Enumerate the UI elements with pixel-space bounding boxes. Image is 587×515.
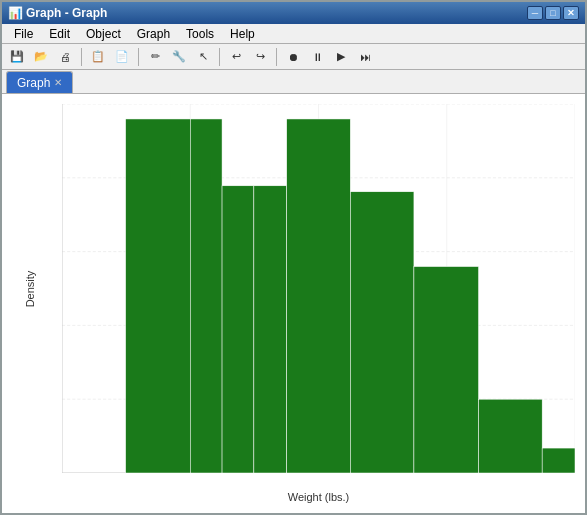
window-title: Graph - Graph <box>26 6 107 20</box>
chart-inner: 0 1.0e-04 2.0e-04 3.0e-04 4.0e-04 5.0e-0… <box>62 104 575 473</box>
menu-edit[interactable]: Edit <box>41 25 78 43</box>
toolbar-settings[interactable]: 🔧 <box>168 46 190 68</box>
window-controls: ─ □ ✕ <box>527 6 579 20</box>
bar-1 <box>126 119 191 473</box>
menu-graph[interactable]: Graph <box>129 25 178 43</box>
menu-file[interactable]: File <box>6 25 41 43</box>
tab-bar: Graph ✕ <box>2 70 585 94</box>
close-button[interactable]: ✕ <box>563 6 579 20</box>
toolbar-pause[interactable]: ⏸ <box>306 46 328 68</box>
toolbar-record[interactable]: ⏺ <box>282 46 304 68</box>
toolbar-step[interactable]: ⏭ <box>354 46 376 68</box>
menu-bar: File Edit Object Graph Tools Help <box>2 24 585 44</box>
tab-graph[interactable]: Graph ✕ <box>6 71 73 93</box>
toolbar: 💾 📂 🖨 📋 📄 ✏ 🔧 ↖ ↩ ↪ ⏺ ⏸ ▶ ⏭ <box>2 44 585 70</box>
bar-6 <box>350 192 414 473</box>
bar-7 <box>414 267 479 473</box>
toolbar-save[interactable]: 💾 <box>6 46 28 68</box>
x-axis-label: Weight (lbs.) <box>288 491 350 503</box>
bar-8 <box>479 399 543 473</box>
title-bar: 📊 Graph - Graph ─ □ ✕ <box>2 2 585 24</box>
histogram-svg: 0 1.0e-04 2.0e-04 3.0e-04 4.0e-04 5.0e-0… <box>62 104 575 473</box>
bar-9 <box>542 448 575 473</box>
toolbar-print[interactable]: 🖨 <box>54 46 76 68</box>
bar-2 <box>190 119 222 473</box>
bar-3 <box>222 186 254 473</box>
toolbar-sep-3 <box>219 48 220 66</box>
toolbar-open[interactable]: 📂 <box>30 46 52 68</box>
bar-5 <box>287 119 351 473</box>
toolbar-edit[interactable]: ✏ <box>144 46 166 68</box>
maximize-button[interactable]: □ <box>545 6 561 20</box>
menu-help[interactable]: Help <box>222 25 263 43</box>
toolbar-play[interactable]: ▶ <box>330 46 352 68</box>
toolbar-redo[interactable]: ↪ <box>249 46 271 68</box>
y-axis-label: Density <box>24 270 36 307</box>
main-window: 📊 Graph - Graph ─ □ ✕ File Edit Object G… <box>0 0 587 515</box>
toolbar-undo[interactable]: ↩ <box>225 46 247 68</box>
toolbar-cursor[interactable]: ↖ <box>192 46 214 68</box>
toolbar-copy[interactable]: 📋 <box>87 46 109 68</box>
chart-area: 0 1.0e-04 2.0e-04 3.0e-04 4.0e-04 5.0e-0… <box>2 94 585 513</box>
tab-graph-label: Graph <box>17 76 50 90</box>
menu-object[interactable]: Object <box>78 25 129 43</box>
toolbar-sep-4 <box>276 48 277 66</box>
toolbar-sep-2 <box>138 48 139 66</box>
tab-close-icon[interactable]: ✕ <box>54 77 62 88</box>
window-icon: 📊 <box>8 6 22 20</box>
toolbar-sep-1 <box>81 48 82 66</box>
bar-4 <box>254 186 287 473</box>
minimize-button[interactable]: ─ <box>527 6 543 20</box>
toolbar-paste[interactable]: 📄 <box>111 46 133 68</box>
menu-tools[interactable]: Tools <box>178 25 222 43</box>
